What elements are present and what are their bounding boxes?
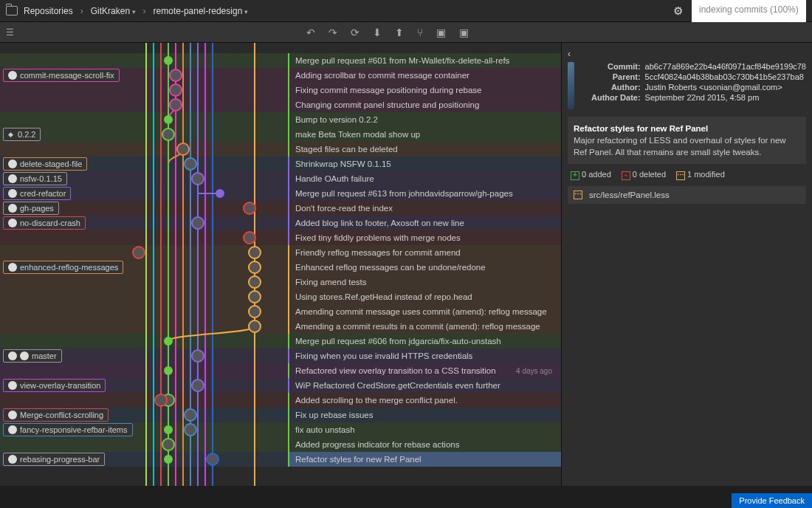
commit-row[interactable]: WiP Refactored CredStore.getCredentials … [288, 378, 561, 393]
github-icon [8, 219, 17, 227]
commit-row[interactable]: Adding scrollbar to commit message conta… [288, 68, 561, 83]
breadcrumb-branch[interactable]: remote-panel-redesign [154, 6, 248, 16]
svg-point-31 [244, 202, 255, 214]
pull-button[interactable]: ⬇ [373, 27, 382, 38]
commit-row[interactable]: Added scrolling to the merge conflict pa… [288, 393, 561, 408]
commit-row[interactable]: Fixing commit message positioning during… [288, 83, 561, 97]
commit-row[interactable]: Fixing amend tests [288, 275, 561, 289]
branch-label[interactable]: no-discard-crash [3, 216, 86, 230]
branch-label[interactable]: commit-message-scroll-fix [3, 69, 120, 82]
svg-point-34 [249, 261, 261, 273]
github-icon [8, 381, 17, 390]
commit-row[interactable]: Refactored view overlay transition to a … [288, 363, 561, 378]
deleted-icon: - [622, 171, 630, 180]
commit-row[interactable]: Added blog link to footer, Axosoft on ne… [288, 216, 561, 230]
commit-row[interactable]: Changing commit panel structure and posi… [288, 97, 561, 112]
svg-point-16 [165, 367, 172, 374]
commit-row[interactable]: Handle OAuth failure [288, 171, 561, 186]
branch-label[interactable]: enhanced-reflog-messages [3, 261, 123, 274]
svg-point-27 [192, 173, 204, 185]
commit-row[interactable]: Refactor styles for new Ref Panel [288, 452, 561, 467]
github-icon [8, 425, 17, 434]
author-avatar [568, 62, 574, 109]
branch-label[interactable]: cred-refactor [3, 187, 71, 200]
branch-label[interactable]: delete-staged-file [3, 157, 87, 171]
changed-file[interactable]: ⋯ src/less/refPanel.less [568, 186, 806, 204]
commit-row[interactable]: Don't force-read the index [288, 201, 561, 216]
svg-point-18 [165, 426, 172, 433]
pop-button[interactable]: ▣ [459, 27, 469, 38]
commit-title: Refactor styles for new Ref Panel [574, 124, 708, 133]
branch-label[interactable]: master [3, 349, 62, 363]
svg-point-26 [185, 409, 196, 421]
commit-row[interactable]: Merge pull request #606 from jdgarcia/fi… [288, 334, 561, 349]
top-bar: Repositories › GitKraken › remote-panel-… [0, 0, 812, 22]
github-icon [8, 71, 17, 80]
svg-point-33 [249, 247, 261, 258]
back-button[interactable]: ‹ [568, 49, 806, 59]
breadcrumb-repo[interactable]: GitKraken [91, 6, 136, 16]
svg-point-14 [162, 128, 174, 140]
refresh-button[interactable]: ⟳ [351, 27, 359, 38]
branch-label[interactable]: rebasing-progress-bar [3, 453, 105, 466]
commit-label: Commit: [580, 62, 641, 71]
svg-point-29 [192, 350, 204, 362]
stash-button[interactable]: ▣ [436, 27, 446, 38]
list-icon[interactable]: ☰ [6, 27, 14, 38]
feedback-button[interactable]: Provide Feedback [732, 493, 812, 508]
chevron-right-icon: › [80, 6, 83, 16]
commit-row[interactable]: Merge pull request #601 from Mr-Wallet/f… [288, 53, 561, 68]
redo-button[interactable]: ↷ [328, 27, 337, 38]
commit-row[interactable]: Bump to version 0.2.2 [288, 112, 561, 127]
commit-hash: ab6c77a869e22b4a46f0971acf84be9199c78 [645, 62, 806, 71]
commit-row[interactable]: Shrinkwrap NSFW 0.1.15 [288, 157, 561, 171]
breadcrumb-root[interactable]: Repositories [24, 6, 73, 16]
svg-point-22 [170, 84, 182, 96]
svg-point-35 [249, 276, 261, 288]
branch-label[interactable]: Merge-conflict-scrolling [3, 408, 109, 422]
commit-graph: commit-message-scroll-fix0.2.2delete-sta… [0, 43, 561, 486]
svg-point-42 [207, 453, 219, 465]
github-icon [8, 159, 17, 168]
modified-icon: ⋯ [676, 171, 685, 180]
svg-point-38 [249, 320, 261, 332]
svg-point-15 [165, 337, 172, 345]
commit-row[interactable]: Amending commit message uses commit (ame… [288, 304, 561, 319]
commit-row[interactable]: make Beta Token modal show up [288, 127, 561, 142]
commit-row[interactable]: Amending a commit results in a commit (a… [288, 319, 561, 334]
author-value: Justin Roberts <usonian@gmail.com> [645, 83, 806, 92]
commit-row[interactable]: Merge pull request #613 from johndavidsp… [288, 186, 561, 201]
indexing-status: indexing commits (100%) [692, 0, 806, 22]
commit-row[interactable]: Fixed tiny fiddly problems with merge no… [288, 230, 561, 245]
github-icon [8, 189, 17, 198]
svg-point-30 [192, 380, 204, 391]
commit-row[interactable]: Fix up rebase issues [288, 408, 561, 422]
svg-point-23 [170, 99, 182, 111]
branch-label[interactable]: view-overlay-transition [3, 379, 106, 392]
commit-message: Refactor styles for new Ref Panel Major … [568, 117, 806, 164]
commit-row[interactable]: Fixing when you use invalid HTTPS creden… [288, 349, 561, 363]
svg-point-19 [162, 439, 174, 450]
commit-row[interactable]: fix auto unstash [288, 422, 561, 437]
commit-row[interactable]: Added progress indicator for rebase acti… [288, 437, 561, 452]
github-icon [8, 351, 17, 360]
commit-row[interactable]: Staged files can be deleted [288, 142, 561, 157]
commit-row[interactable]: Using stores.Ref.getHead instead of repo… [288, 289, 561, 304]
svg-point-13 [165, 116, 172, 123]
github-icon [8, 204, 17, 213]
gear-icon[interactable]: ⚙ [673, 4, 683, 18]
svg-point-24 [177, 143, 189, 155]
branch-button[interactable]: ⑂ [417, 27, 423, 38]
undo-button[interactable]: ↶ [306, 27, 315, 38]
svg-point-12 [165, 57, 172, 64]
branch-label[interactable]: gh-pages [3, 202, 59, 215]
push-button[interactable]: ⬆ [395, 27, 404, 38]
tag-label[interactable]: 0.2.2 [3, 128, 41, 141]
svg-point-32 [244, 232, 255, 244]
commit-row[interactable]: Enhanced reflog messages can be undone/r… [288, 260, 561, 275]
added-icon: + [571, 171, 579, 180]
branch-label[interactable]: nsfw-0.1.15 [3, 172, 67, 185]
commit-row[interactable]: Friendly reflog messages for commit amen… [288, 245, 561, 260]
svg-point-25 [185, 158, 196, 170]
github-icon [8, 174, 17, 183]
